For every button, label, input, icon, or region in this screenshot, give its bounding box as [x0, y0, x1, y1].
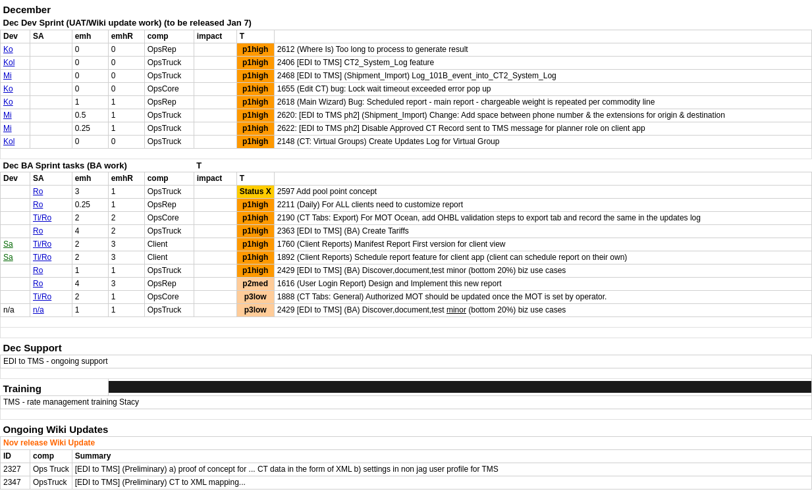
status-badge: Status X: [236, 185, 274, 198]
support-desc: EDI to TMS - ongoing support: [1, 355, 812, 368]
ba-col-impact: impact: [194, 172, 236, 185]
ba-col-emhr: emhR: [108, 172, 144, 185]
december-section: December: [1, 0, 812, 16]
priority-badge: p1high: [236, 251, 274, 264]
table-row: Ko 0 0 OpsRep p1high 2612 (Where Is) Too…: [1, 43, 812, 56]
dev-sprint-header: Dec Dev Sprint (UAT/Wiki update work) (t…: [1, 16, 812, 30]
ba-col-comp: comp: [144, 172, 194, 185]
ba-sprint-header-row: Dec BA Sprint tasks (BA work) T: [1, 159, 812, 172]
ba-sprint-header: Dec BA Sprint tasks (BA work): [1, 159, 194, 172]
wiki-col-summary: Summary: [72, 449, 811, 463]
priority-badge: p1high: [236, 69, 274, 82]
priority-badge: p1high: [236, 211, 274, 224]
training-bar: [109, 381, 811, 393]
priority-badge: p2med: [236, 277, 274, 290]
table-row: Ti/Ro 2 1 OpsCore p3low 1888 (CT Tabs: G…: [1, 290, 812, 303]
table-row: Kol 0 0 OpsTruck p1high 2406 [EDI to TMS…: [1, 56, 812, 69]
ba-col-desc: [274, 172, 811, 185]
training-section: Training: [1, 378, 812, 395]
priority-badge: p1high: [236, 122, 274, 135]
wiki-subtitle-row: Nov release Wiki Update: [1, 436, 812, 449]
col-emh: emh: [72, 30, 108, 43]
col-t: T: [236, 30, 274, 43]
dev-cell: Ko: [1, 43, 30, 56]
support-desc-row: EDI to TMS - ongoing support: [1, 355, 812, 368]
december-title: December: [1, 0, 812, 16]
training-desc: TMS - rate management training Stacy: [1, 395, 812, 409]
priority-badge: p1high: [236, 109, 274, 122]
table-row: 2327 Ops Truck [EDI to TMS] (Preliminary…: [1, 463, 812, 476]
col-desc-header: [274, 30, 811, 43]
priority-badge: p1high: [236, 56, 274, 69]
empty-row: [1, 327, 812, 338]
priority-badge: p1high: [236, 135, 274, 148]
support-section: Dec Support: [1, 338, 812, 355]
wiki-subtitle: Nov release Wiki Update: [1, 436, 812, 449]
wiki-title: Ongoing Wiki Updates: [1, 419, 812, 436]
table-row: Ti/Ro 2 2 OpsCore p1high 2190 (CT Tabs: …: [1, 211, 812, 224]
table-row: Ko 1 1 OpsRep p1high 2618 (Main Wizard) …: [1, 95, 812, 109]
table-row: Ro 4 2 OpsTruck p1high 2363 [EDI to TMS]…: [1, 224, 812, 238]
support-title: Dec Support: [1, 338, 812, 355]
table-row: Kol 0 0 OpsTruck p1high 2148 (CT: Virtua…: [1, 135, 812, 148]
priority-badge: p3low: [236, 290, 274, 303]
table-row: Mi 0.5 1 OpsTruck p1high 2620: [EDI to T…: [1, 109, 812, 122]
table-row: Ko 0 0 OpsCore p1high 1655 (Edit CT) bug…: [1, 82, 812, 95]
priority-badge: p1high: [236, 82, 274, 95]
priority-badge: p1high: [236, 264, 274, 277]
training-desc-row: TMS - rate management training Stacy: [1, 395, 812, 409]
table-row: Ro 3 1 OpsTruck Status X 2597 Add pool p…: [1, 185, 812, 198]
wiki-section: Ongoing Wiki Updates: [1, 419, 812, 436]
empty-row: [1, 316, 812, 327]
ba-col-emh: emh: [72, 172, 108, 185]
empty-row: [1, 368, 812, 378]
col-emhr: emhR: [108, 30, 144, 43]
scheduled-report-text: Scheduled report: [367, 97, 427, 107]
wiki-columns: ID comp Summary: [1, 449, 812, 463]
table-row: n/a n/a 1 1 OpsTruck p3low 2429 [EDI to …: [1, 303, 812, 316]
table-row: Ro 0.25 1 OpsRep p1high 2211 (Daily) For…: [1, 198, 812, 211]
empty-row: [1, 409, 812, 419]
ba-sprint-columns: Dev SA emh emhR comp impact T: [1, 172, 812, 185]
table-row: 2347 OpsTruck [EDI to TMS] (Preliminary)…: [1, 476, 812, 489]
dev-sprint-header-row: Dec Dev Sprint (UAT/Wiki update work) (t…: [1, 16, 812, 30]
col-impact: impact: [194, 30, 236, 43]
wiki-col-id: ID: [1, 449, 30, 463]
priority-badge: p1high: [236, 238, 274, 251]
table-row: Ro 4 3 OpsRep p2med 1616 (User Login Rep…: [1, 277, 812, 290]
table-row: Sa Ti/Ro 2 3 Client p1high 1760 (Client …: [1, 238, 812, 251]
col-sa: SA: [30, 30, 72, 43]
empty-row: [1, 148, 812, 159]
ba-col-dev: Dev: [1, 172, 30, 185]
col-comp: comp: [144, 30, 194, 43]
dev-sprint-columns: Dev SA emh emhR comp impact T: [1, 30, 812, 43]
col-dev: Dev: [1, 30, 30, 43]
priority-badge: p1high: [236, 95, 274, 109]
priority-badge: p1high: [236, 43, 274, 56]
priority-badge: p1high: [236, 198, 274, 211]
wiki-col-comp: comp: [30, 449, 72, 463]
table-row: Mi 0.25 1 OpsTruck p1high 2622: [EDI to …: [1, 122, 812, 135]
table-row: Ro 1 1 OpsTruck p1high 2429 [EDI to TMS]…: [1, 264, 812, 277]
ba-col-sa: SA: [30, 172, 72, 185]
spreadsheet: December Dec Dev Sprint (UAT/Wiki update…: [0, 0, 812, 504]
ba-col-t: T: [236, 172, 274, 185]
priority-badge: p1high: [236, 224, 274, 238]
table-row: Sa Ti/Ro 2 3 Client p1high 1892 (Client …: [1, 251, 812, 264]
table-row: Mi 0 0 OpsTruck p1high 2468 [EDI to TMS]…: [1, 69, 812, 82]
priority-badge: p3low: [236, 303, 274, 316]
training-title: Training: [1, 378, 109, 395]
